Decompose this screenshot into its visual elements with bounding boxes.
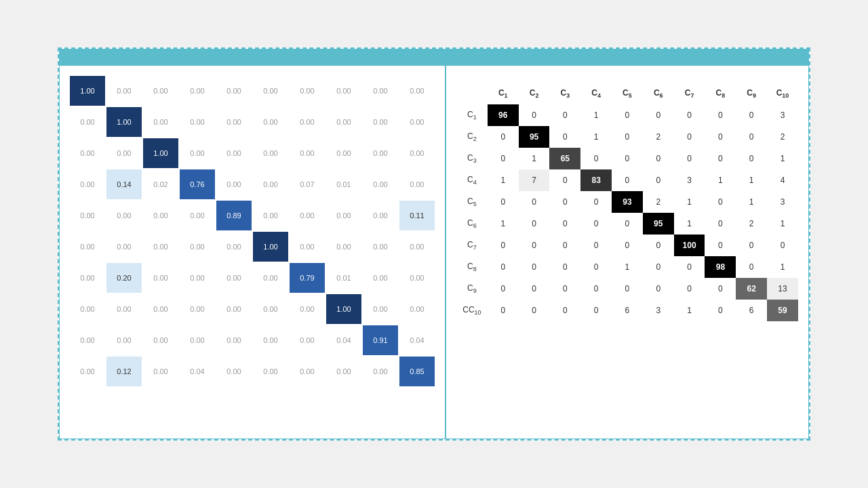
cell-9-1: 0.12	[106, 357, 142, 386]
cell-4-7: 0.00	[326, 201, 361, 230]
row-label-9: CC10	[456, 300, 488, 321]
conf-cell-9-1: 0	[519, 300, 550, 321]
conf-cell-8-4: 0	[612, 278, 643, 300]
cell-1-4: 0.00	[216, 107, 252, 137]
cell-6-9: 0.00	[399, 263, 435, 293]
conf-cell-3-3: 83	[580, 169, 612, 191]
conf-cell-7-7: 98	[705, 256, 736, 278]
row-label-1: C2	[456, 126, 488, 148]
col-label-8: C9	[736, 83, 767, 104]
col-label-1: C2	[519, 83, 550, 104]
conf-cell-7-2: 0	[549, 256, 580, 278]
conf-cell-9-8: 6	[736, 300, 767, 321]
cell-6-8: 0.00	[363, 263, 398, 293]
row-label-2: C3	[456, 148, 488, 169]
conf-cell-3-4: 0	[612, 169, 643, 191]
conf-cell-1-1: 95	[519, 126, 550, 148]
conf-cell-4-9: 3	[767, 191, 798, 213]
cell-5-2: 0.00	[143, 232, 178, 262]
cell-8-9: 0.04	[399, 325, 435, 355]
col-label-5: C6	[643, 83, 674, 104]
confusion-matrix-wrapper: C1C2C3C4C5C6C7C8C9C10C196001000003C20950…	[456, 76, 798, 321]
cell-9-4: 0.00	[216, 357, 252, 386]
conf-cell-7-1: 0	[519, 256, 550, 278]
cell-3-5: 0.00	[253, 169, 288, 199]
conf-cell-0-4: 0	[612, 104, 643, 126]
cell-0-6: 0.00	[290, 76, 325, 106]
cell-2-7: 0.00	[326, 138, 361, 168]
conf-cell-1-8: 0	[736, 126, 767, 148]
cell-4-4: 0.89	[216, 201, 252, 230]
confusion-matrix: C1C2C3C4C5C6C7C8C9C10C196001000003C20950…	[456, 83, 798, 321]
right-panel-content: C1C2C3C4C5C6C7C8C9C10C196001000003C20950…	[446, 66, 808, 439]
conf-cell-3-6: 3	[674, 169, 705, 191]
conf-cell-4-6: 1	[674, 191, 705, 213]
cell-7-5: 0.00	[253, 294, 288, 324]
right-panel-header	[446, 49, 808, 66]
cell-4-5: 0.00	[253, 201, 288, 230]
cell-5-0: 0.00	[70, 232, 105, 262]
conf-cell-7-0: 0	[488, 256, 519, 278]
cell-7-3: 0.00	[180, 294, 215, 324]
cell-0-0: 1.00	[70, 76, 105, 106]
new-approach-matrix: 1.000.000.000.000.000.000.000.000.000.00…	[70, 76, 435, 386]
cell-0-1: 0.00	[106, 76, 142, 106]
conf-cell-5-7: 0	[705, 213, 736, 235]
conf-cell-5-1: 0	[519, 213, 550, 235]
cell-5-9: 0.00	[399, 232, 435, 262]
conf-cell-0-8: 0	[736, 104, 767, 126]
conf-cell-8-0: 0	[488, 278, 519, 300]
conf-cell-6-7: 0	[705, 235, 736, 256]
col-label-2: C3	[549, 83, 580, 104]
cell-5-4: 0.00	[216, 232, 252, 262]
cell-0-3: 0.00	[180, 76, 215, 106]
conf-cell-1-3: 1	[580, 126, 612, 148]
cell-6-5: 0.00	[253, 263, 288, 293]
conf-cell-3-9: 4	[767, 169, 798, 191]
cell-3-0: 0.00	[70, 169, 105, 199]
cell-8-7: 0.04	[326, 325, 361, 355]
conf-cell-0-5: 0	[643, 104, 674, 126]
conf-cell-4-5: 2	[643, 191, 674, 213]
conf-cell-2-6: 0	[674, 148, 705, 169]
cell-7-6: 0.00	[290, 294, 325, 324]
conf-cell-3-8: 1	[736, 169, 767, 191]
conf-cell-2-4: 0	[612, 148, 643, 169]
cell-9-8: 0.00	[363, 357, 398, 386]
cell-2-0: 0.00	[70, 138, 105, 168]
conf-cell-3-7: 1	[705, 169, 736, 191]
conf-cell-9-9: 59	[767, 300, 798, 321]
conf-cell-2-2: 65	[549, 148, 580, 169]
conf-cell-1-5: 2	[643, 126, 674, 148]
cell-6-7: 0.01	[326, 263, 361, 293]
conf-cell-4-3: 0	[580, 191, 612, 213]
cell-8-2: 0.00	[143, 325, 178, 355]
cell-1-8: 0.00	[363, 107, 398, 137]
conf-cell-7-3: 0	[580, 256, 612, 278]
conf-cell-6-1: 0	[519, 235, 550, 256]
cell-7-1: 0.00	[106, 294, 142, 324]
conf-cell-8-7: 0	[705, 278, 736, 300]
cell-4-6: 0.00	[290, 201, 325, 230]
conf-cell-6-2: 0	[549, 235, 580, 256]
conf-cell-6-3: 0	[580, 235, 612, 256]
cell-4-0: 0.00	[70, 201, 105, 230]
conf-cell-3-1: 7	[519, 169, 550, 191]
conf-cell-2-5: 0	[643, 148, 674, 169]
conf-cell-0-2: 0	[549, 104, 580, 126]
left-panel-header	[60, 49, 445, 66]
cell-6-0: 0.00	[70, 263, 105, 293]
conf-cell-0-1: 0	[519, 104, 550, 126]
row-label-3: C4	[456, 169, 488, 191]
conf-cell-4-1: 0	[519, 191, 550, 213]
conf-cell-3-5: 0	[643, 169, 674, 191]
cell-5-1: 0.00	[106, 232, 142, 262]
cell-2-8: 0.00	[363, 138, 398, 168]
cell-1-9: 0.00	[399, 107, 435, 137]
col-label-3: C4	[580, 83, 612, 104]
conf-cell-9-4: 6	[612, 300, 643, 321]
conf-cell-4-8: 1	[736, 191, 767, 213]
cell-1-1: 1.00	[106, 107, 142, 137]
cell-5-6: 0.00	[290, 232, 325, 262]
cell-6-1: 0.20	[106, 263, 142, 293]
